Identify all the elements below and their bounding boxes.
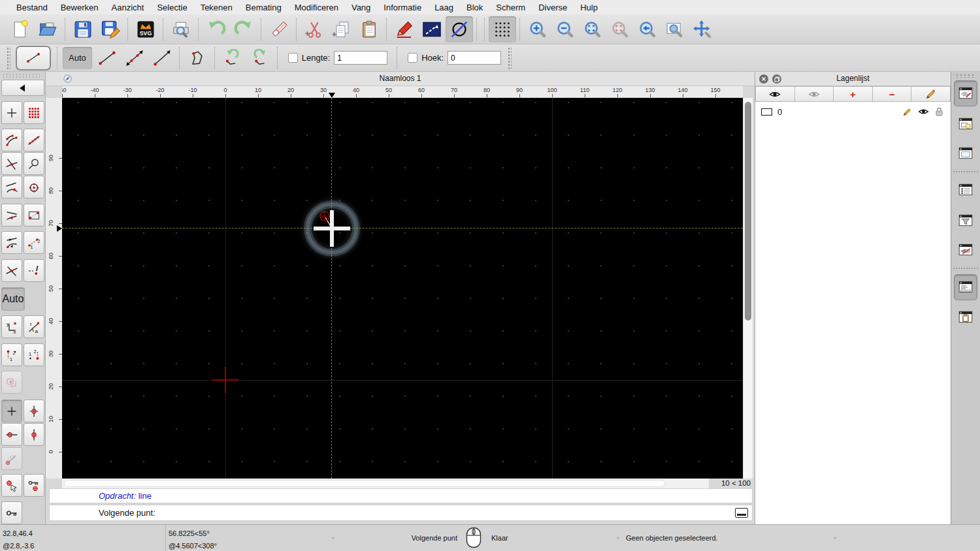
pen-tool-button[interactable] [391, 16, 418, 42]
back-button[interactable] [1, 80, 44, 96]
line-tool-button[interactable] [418, 16, 446, 42]
snap-distance-button[interactable] [24, 204, 44, 227]
length-input[interactable] [334, 51, 387, 65]
menu-informatie[interactable]: Informatie [377, 3, 428, 12]
snap-center-button[interactable] [24, 176, 44, 198]
dock-entity-list-button[interactable] [954, 177, 977, 203]
zoom-selection-button[interactable] [606, 16, 634, 42]
dock-selection-filter-button[interactable] [954, 208, 977, 234]
lock-relative-zero-button[interactable] [24, 474, 44, 497]
undo-button[interactable] [203, 16, 230, 42]
line-two-points-button[interactable] [93, 45, 121, 71]
menu-selectie[interactable]: Selectie [150, 3, 193, 12]
snap-tangent-button[interactable] [1, 231, 22, 254]
zoom-pan-button[interactable] [689, 16, 716, 42]
edit-layer-button[interactable] [911, 86, 951, 102]
toolbar-drag-handle[interactable] [7, 47, 10, 69]
polyline-undo-button[interactable] [219, 45, 246, 71]
dock-clipboard-button[interactable] [954, 304, 977, 330]
dock-drag-handle[interactable] [955, 74, 976, 78]
restrict-vertical-button[interactable] [24, 423, 44, 446]
menu-bemating[interactable]: Bemating [239, 3, 288, 12]
show-all-layers-button[interactable] [755, 86, 795, 102]
angle-snap-button[interactable] [1, 447, 22, 470]
snap-free-button[interactable] [1, 101, 22, 124]
copy-button[interactable] [328, 16, 355, 42]
polygon-tool-button[interactable] [184, 45, 211, 71]
snap-nearest-button[interactable] [1, 176, 22, 198]
menu-tekenen[interactable]: Tekenen [194, 3, 239, 12]
polyline-redo-button[interactable] [246, 45, 274, 71]
add-layer-button[interactable]: + [834, 86, 873, 102]
export-svg-button[interactable]: SVG [132, 16, 159, 42]
line-infinite-button[interactable] [121, 45, 148, 71]
dock-command-line-button[interactable] [954, 274, 977, 300]
redo-button[interactable] [230, 16, 257, 42]
menu-aanzicht[interactable]: Aanzicht [105, 3, 151, 12]
menu-blok[interactable]: Blok [460, 3, 489, 12]
new-file-button[interactable] [7, 16, 34, 42]
order-12-left-button[interactable]: 12 [1, 343, 22, 366]
length-checkbox[interactable] [288, 53, 298, 63]
restrict-nothing-button[interactable] [1, 400, 22, 422]
dock-block-list-button[interactable] [954, 111, 977, 137]
snap-endpoint-button[interactable] [1, 129, 22, 151]
vertical-scrollbar-thumb[interactable] [745, 102, 751, 321]
print-preview-button[interactable] [167, 16, 195, 42]
open-file-button[interactable] [34, 16, 61, 42]
layer-color-swatch[interactable] [761, 108, 772, 116]
layer-visibility-toggle[interactable] [915, 108, 931, 116]
paste-button[interactable] [355, 16, 383, 42]
menu-vang[interactable]: Vang [345, 3, 377, 12]
layer-edit-button[interactable] [900, 107, 915, 116]
zoom-window-button[interactable] [661, 16, 689, 42]
vertical-scrollbar[interactable] [743, 98, 753, 479]
keyboard-toggle-button[interactable] [735, 508, 748, 518]
zoom-in-button[interactable] [524, 16, 551, 42]
snap-distance-manual-button[interactable]: 12 [24, 231, 44, 254]
unlock-relative-zero-button[interactable] [1, 501, 22, 524]
snap-auto-mode-button[interactable]: Auto [1, 287, 25, 311]
delete-button[interactable] [265, 16, 293, 42]
drawing-canvas[interactable] [62, 98, 743, 479]
zoom-out-button[interactable] [551, 16, 579, 42]
zoom-auto-button[interactable] [579, 16, 606, 42]
auto-line-mode-button[interactable]: Auto [63, 47, 92, 69]
layer-row[interactable]: 0 [755, 104, 951, 119]
remove-layer-button[interactable]: − [873, 86, 912, 102]
grid-toggle-button[interactable] [489, 16, 516, 42]
snap-grid-button[interactable] [24, 101, 44, 124]
menu-diverse[interactable]: Diverse [532, 3, 574, 12]
layer-lock-toggle[interactable] [931, 107, 947, 116]
snap-point-button[interactable] [24, 259, 44, 282]
snap-relative-button[interactable] [1, 371, 22, 394]
toolbar-drag-handle[interactable] [508, 47, 512, 69]
snap-middle-button[interactable] [1, 204, 22, 227]
menu-hulp[interactable]: Hulp [574, 3, 604, 12]
snap-cross-button[interactable] [1, 259, 22, 282]
sidebar-drag-handle[interactable] [2, 73, 42, 78]
snap-intersection-button[interactable] [1, 152, 22, 175]
circle-tool-button[interactable] [446, 16, 473, 42]
active-line-tool-button[interactable] [16, 46, 51, 71]
hide-all-layers-button[interactable] [795, 86, 834, 102]
command-input[interactable] [159, 506, 731, 520]
snap-auto-button[interactable] [24, 152, 44, 175]
snap-on-entity-button[interactable] [24, 129, 44, 151]
restrict-horizontal-button[interactable] [1, 423, 22, 446]
angle-checkbox[interactable] [408, 53, 417, 63]
menu-scherm[interactable]: Scherm [489, 3, 532, 12]
menu-modificeren[interactable]: Modificeren [288, 3, 345, 12]
coord-polar-button[interactable]: ra [24, 315, 44, 338]
save-file-button[interactable] [69, 16, 97, 42]
cut-button[interactable] [301, 16, 328, 42]
menu-bewerken[interactable]: Bewerken [54, 3, 105, 12]
dock-layer-list-button[interactable] [954, 80, 977, 106]
line-ray-button[interactable] [148, 45, 176, 71]
dock-library-browser-button[interactable] [954, 140, 977, 166]
set-relative-zero-button[interactable] [1, 474, 22, 497]
restrict-orthogonal-button[interactable] [24, 400, 44, 422]
coord-cartesian-button[interactable]: yx [1, 315, 22, 338]
dock-pen-palette-button[interactable] [954, 237, 977, 263]
horizontal-scrollbar[interactable] [62, 479, 709, 488]
